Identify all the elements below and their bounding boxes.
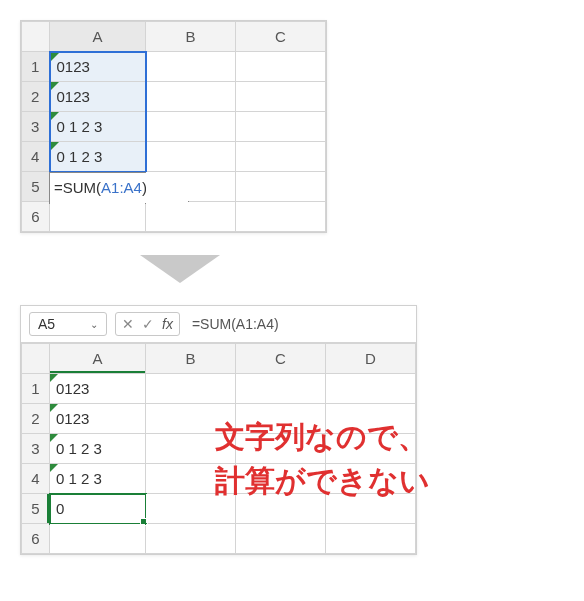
annotation-text: 文字列なので、 計算ができない xyxy=(215,415,430,502)
cell-A5[interactable]: 0 xyxy=(50,494,146,524)
cell-A2[interactable]: 0123 xyxy=(50,404,146,434)
row-header-3[interactable]: 3 xyxy=(22,434,50,464)
cell-A4[interactable]: 0 1 2 3 xyxy=(50,464,146,494)
spreadsheet-top: A B C 1 0123 2 0123 3 0 1 2 3 4 0 1 2 3 xyxy=(20,20,327,233)
arrow-down xyxy=(20,237,564,305)
cell-A6[interactable] xyxy=(50,202,146,232)
confirm-icon[interactable]: ✓ xyxy=(142,316,154,332)
cell-C6[interactable] xyxy=(236,524,326,554)
cell-B1[interactable] xyxy=(146,52,236,82)
row-header-6[interactable]: 6 xyxy=(22,202,50,232)
formula-bar-buttons: ✕ ✓ fx xyxy=(115,312,180,336)
row-header-2[interactable]: 2 xyxy=(22,82,50,112)
formula-prefix: =SUM( xyxy=(54,179,101,196)
formula-bar: A5 ⌄ ✕ ✓ fx =SUM(A1:A4) xyxy=(21,306,416,343)
cell-A5-editing[interactable]: =SUM(A1:A4) xyxy=(50,172,146,202)
row-header-3[interactable]: 3 xyxy=(22,112,50,142)
cancel-icon[interactable]: ✕ xyxy=(122,316,134,332)
annotation-line2: 計算ができない xyxy=(215,459,430,503)
col-header-A[interactable]: A xyxy=(50,22,146,52)
formula-ref: A1:A4 xyxy=(101,179,142,196)
fx-icon[interactable]: fx xyxy=(162,316,173,332)
col-header-C[interactable]: C xyxy=(236,344,326,374)
col-header-B[interactable]: B xyxy=(146,22,236,52)
cell-A1[interactable]: 0123 xyxy=(50,374,146,404)
select-all-corner[interactable] xyxy=(22,344,50,374)
cell-C5[interactable] xyxy=(236,172,326,202)
cell-C1[interactable] xyxy=(236,52,326,82)
cell-B1[interactable] xyxy=(146,374,236,404)
col-header-B[interactable]: B xyxy=(146,344,236,374)
chevron-down-icon[interactable]: ⌄ xyxy=(90,319,98,330)
name-box-value: A5 xyxy=(38,316,55,332)
cell-B5[interactable] xyxy=(146,172,236,202)
cell-A3[interactable]: 0 1 2 3 xyxy=(50,112,146,142)
name-box[interactable]: A5 ⌄ xyxy=(29,312,107,336)
cell-B3[interactable] xyxy=(146,112,236,142)
row-header-4[interactable]: 4 xyxy=(22,142,50,172)
row-header-1[interactable]: 1 xyxy=(22,52,50,82)
col-header-A[interactable]: A xyxy=(50,344,146,374)
annotation-line1: 文字列なので、 xyxy=(215,415,430,459)
cell-C3[interactable] xyxy=(236,112,326,142)
row-header-5[interactable]: 5 xyxy=(22,172,50,202)
cell-A4[interactable]: 0 1 2 3 xyxy=(50,142,146,172)
cell-A3[interactable]: 0 1 2 3 xyxy=(50,434,146,464)
row-header-4[interactable]: 4 xyxy=(22,464,50,494)
cell-D6[interactable] xyxy=(326,524,416,554)
cell-B2[interactable] xyxy=(146,82,236,112)
formula-bar-text[interactable]: =SUM(A1:A4) xyxy=(188,316,279,332)
col-header-D[interactable]: D xyxy=(326,344,416,374)
col-header-C[interactable]: C xyxy=(236,22,326,52)
cell-B4[interactable] xyxy=(146,142,236,172)
arrow-down-icon xyxy=(140,255,220,283)
cell-A1[interactable]: 0123 xyxy=(50,52,146,82)
cell-B6[interactable] xyxy=(146,202,236,232)
cell-B6[interactable] xyxy=(146,524,236,554)
cell-C6[interactable] xyxy=(236,202,326,232)
cell-A2[interactable]: 0123 xyxy=(50,82,146,112)
select-all-corner[interactable] xyxy=(22,22,50,52)
cell-A6[interactable] xyxy=(50,524,146,554)
cell-C1[interactable] xyxy=(236,374,326,404)
row-header-5[interactable]: 5 xyxy=(22,494,50,524)
cell-D1[interactable] xyxy=(326,374,416,404)
cell-C4[interactable] xyxy=(236,142,326,172)
cell-C2[interactable] xyxy=(236,82,326,112)
row-header-1[interactable]: 1 xyxy=(22,374,50,404)
row-header-6[interactable]: 6 xyxy=(22,524,50,554)
row-header-2[interactable]: 2 xyxy=(22,404,50,434)
